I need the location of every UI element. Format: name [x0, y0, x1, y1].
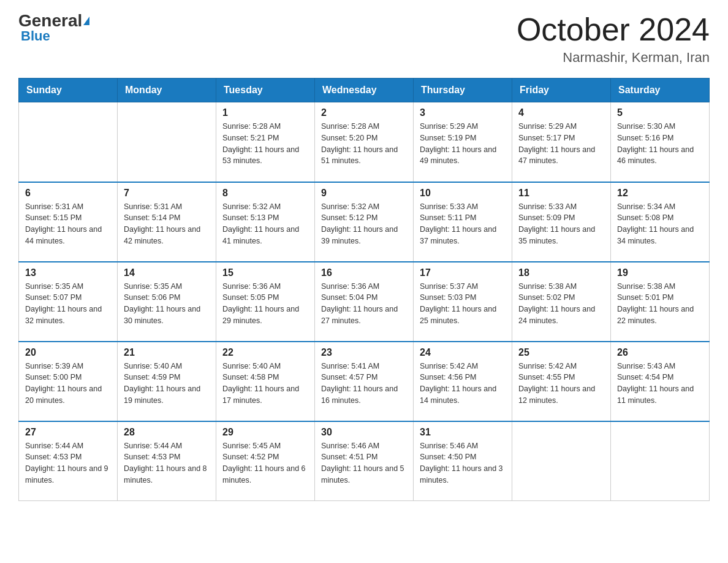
day-info: Sunrise: 5:31 AMSunset: 5:14 PMDaylight:… — [124, 201, 210, 247]
calendar-cell — [19, 102, 118, 182]
day-info: Sunrise: 5:44 AMSunset: 4:53 PMDaylight:… — [124, 440, 210, 486]
calendar-cell: 21Sunrise: 5:40 AMSunset: 4:59 PMDayligh… — [118, 342, 216, 421]
title-block: October 2024 Narmashir, Kerman, Iran — [517, 12, 710, 66]
calendar-table: SundayMondayTuesdayWednesdayThursdayFrid… — [18, 78, 710, 501]
calendar-cell: 13Sunrise: 5:35 AMSunset: 5:07 PMDayligh… — [19, 262, 118, 342]
calendar-cell: 15Sunrise: 5:36 AMSunset: 5:05 PMDayligh… — [216, 262, 315, 342]
calendar-cell: 29Sunrise: 5:45 AMSunset: 4:52 PMDayligh… — [216, 421, 315, 501]
calendar-cell: 26Sunrise: 5:43 AMSunset: 4:54 PMDayligh… — [611, 342, 710, 421]
calendar-cell: 5Sunrise: 5:30 AMSunset: 5:16 PMDaylight… — [611, 102, 710, 182]
day-number: 18 — [518, 267, 604, 278]
calendar-cell: 10Sunrise: 5:33 AMSunset: 5:11 PMDayligh… — [414, 182, 512, 262]
day-number: 10 — [420, 188, 506, 199]
calendar-day-header: Sunday — [19, 79, 118, 102]
day-number: 31 — [420, 427, 506, 438]
day-number: 12 — [617, 188, 703, 199]
calendar-day-header: Tuesday — [216, 79, 315, 102]
calendar-cell: 12Sunrise: 5:34 AMSunset: 5:08 PMDayligh… — [611, 182, 710, 262]
calendar-cell: 25Sunrise: 5:42 AMSunset: 4:55 PMDayligh… — [512, 342, 611, 421]
day-info: Sunrise: 5:38 AMSunset: 5:02 PMDaylight:… — [518, 281, 604, 327]
day-info: Sunrise: 5:35 AMSunset: 5:07 PMDaylight:… — [25, 281, 111, 327]
day-number: 23 — [321, 347, 407, 358]
logo: General Blue — [18, 12, 89, 44]
day-info: Sunrise: 5:28 AMSunset: 5:20 PMDaylight:… — [321, 121, 407, 167]
day-info: Sunrise: 5:43 AMSunset: 4:54 PMDaylight:… — [617, 361, 703, 407]
day-number: 13 — [25, 267, 111, 278]
day-number: 15 — [222, 267, 308, 278]
day-info: Sunrise: 5:42 AMSunset: 4:56 PMDaylight:… — [420, 361, 506, 407]
day-info: Sunrise: 5:32 AMSunset: 5:12 PMDaylight:… — [321, 201, 407, 247]
calendar-cell — [512, 421, 611, 501]
calendar-cell: 31Sunrise: 5:46 AMSunset: 4:50 PMDayligh… — [414, 421, 512, 501]
day-number: 30 — [321, 427, 407, 438]
day-number: 7 — [124, 188, 210, 199]
day-info: Sunrise: 5:46 AMSunset: 4:50 PMDaylight:… — [420, 440, 506, 486]
day-info: Sunrise: 5:32 AMSunset: 5:13 PMDaylight:… — [222, 201, 308, 247]
day-info: Sunrise: 5:37 AMSunset: 5:03 PMDaylight:… — [420, 281, 506, 327]
logo-general-text: General — [18, 12, 82, 29]
calendar-cell: 17Sunrise: 5:37 AMSunset: 5:03 PMDayligh… — [414, 262, 512, 342]
day-info: Sunrise: 5:33 AMSunset: 5:09 PMDaylight:… — [518, 201, 604, 247]
calendar-cell: 14Sunrise: 5:35 AMSunset: 5:06 PMDayligh… — [118, 262, 216, 342]
day-info: Sunrise: 5:29 AMSunset: 5:17 PMDaylight:… — [518, 121, 604, 167]
calendar-week-row: 1Sunrise: 5:28 AMSunset: 5:21 PMDaylight… — [19, 102, 710, 182]
day-info: Sunrise: 5:46 AMSunset: 4:51 PMDaylight:… — [321, 440, 407, 486]
day-number: 20 — [25, 347, 111, 358]
calendar-cell — [118, 102, 216, 182]
day-info: Sunrise: 5:40 AMSunset: 4:58 PMDaylight:… — [222, 361, 308, 407]
calendar-cell: 16Sunrise: 5:36 AMSunset: 5:04 PMDayligh… — [315, 262, 414, 342]
calendar-cell: 8Sunrise: 5:32 AMSunset: 5:13 PMDaylight… — [216, 182, 315, 262]
calendar-cell: 11Sunrise: 5:33 AMSunset: 5:09 PMDayligh… — [512, 182, 611, 262]
month-title: October 2024 — [517, 12, 710, 47]
day-number: 9 — [321, 188, 407, 199]
day-number: 26 — [617, 347, 703, 358]
day-number: 22 — [222, 347, 308, 358]
calendar-cell — [611, 421, 710, 501]
calendar-cell: 20Sunrise: 5:39 AMSunset: 5:00 PMDayligh… — [19, 342, 118, 421]
day-info: Sunrise: 5:40 AMSunset: 4:59 PMDaylight:… — [124, 361, 210, 407]
day-number: 6 — [25, 188, 111, 199]
day-number: 29 — [222, 427, 308, 438]
calendar-cell: 18Sunrise: 5:38 AMSunset: 5:02 PMDayligh… — [512, 262, 611, 342]
day-info: Sunrise: 5:34 AMSunset: 5:08 PMDaylight:… — [617, 201, 703, 247]
calendar-cell: 9Sunrise: 5:32 AMSunset: 5:12 PMDaylight… — [315, 182, 414, 262]
day-number: 4 — [518, 107, 604, 118]
calendar-cell: 23Sunrise: 5:41 AMSunset: 4:57 PMDayligh… — [315, 342, 414, 421]
day-info: Sunrise: 5:39 AMSunset: 5:00 PMDaylight:… — [25, 361, 111, 407]
day-number: 24 — [420, 347, 506, 358]
calendar-day-header: Thursday — [414, 79, 512, 102]
day-number: 14 — [124, 267, 210, 278]
day-info: Sunrise: 5:30 AMSunset: 5:16 PMDaylight:… — [617, 121, 703, 167]
day-number: 2 — [321, 107, 407, 118]
location-subtitle: Narmashir, Kerman, Iran — [517, 50, 710, 66]
day-info: Sunrise: 5:29 AMSunset: 5:19 PMDaylight:… — [420, 121, 506, 167]
day-info: Sunrise: 5:41 AMSunset: 4:57 PMDaylight:… — [321, 361, 407, 407]
calendar-cell: 4Sunrise: 5:29 AMSunset: 5:17 PMDaylight… — [512, 102, 611, 182]
calendar-day-header: Wednesday — [315, 79, 414, 102]
day-number: 8 — [222, 188, 308, 199]
calendar-cell: 27Sunrise: 5:44 AMSunset: 4:53 PMDayligh… — [19, 421, 118, 501]
calendar-cell: 22Sunrise: 5:40 AMSunset: 4:58 PMDayligh… — [216, 342, 315, 421]
page-header: General Blue October 2024 Narmashir, Ker… — [18, 12, 710, 66]
calendar-header-row: SundayMondayTuesdayWednesdayThursdayFrid… — [19, 79, 710, 102]
day-number: 16 — [321, 267, 407, 278]
day-info: Sunrise: 5:45 AMSunset: 4:52 PMDaylight:… — [222, 440, 308, 486]
calendar-week-row: 13Sunrise: 5:35 AMSunset: 5:07 PMDayligh… — [19, 262, 710, 342]
calendar-cell: 1Sunrise: 5:28 AMSunset: 5:21 PMDaylight… — [216, 102, 315, 182]
day-info: Sunrise: 5:42 AMSunset: 4:55 PMDaylight:… — [518, 361, 604, 407]
day-info: Sunrise: 5:31 AMSunset: 5:15 PMDaylight:… — [25, 201, 111, 247]
day-number: 28 — [124, 427, 210, 438]
calendar-cell: 30Sunrise: 5:46 AMSunset: 4:51 PMDayligh… — [315, 421, 414, 501]
calendar-day-header: Monday — [118, 79, 216, 102]
day-info: Sunrise: 5:36 AMSunset: 5:05 PMDaylight:… — [222, 281, 308, 327]
day-number: 17 — [420, 267, 506, 278]
day-number: 5 — [617, 107, 703, 118]
calendar-day-header: Saturday — [611, 79, 710, 102]
calendar-cell: 19Sunrise: 5:38 AMSunset: 5:01 PMDayligh… — [611, 262, 710, 342]
day-number: 25 — [518, 347, 604, 358]
day-info: Sunrise: 5:38 AMSunset: 5:01 PMDaylight:… — [617, 281, 703, 327]
day-info: Sunrise: 5:28 AMSunset: 5:21 PMDaylight:… — [222, 121, 308, 167]
calendar-week-row: 20Sunrise: 5:39 AMSunset: 5:00 PMDayligh… — [19, 342, 710, 421]
calendar-cell: 6Sunrise: 5:31 AMSunset: 5:15 PMDaylight… — [19, 182, 118, 262]
day-number: 19 — [617, 267, 703, 278]
